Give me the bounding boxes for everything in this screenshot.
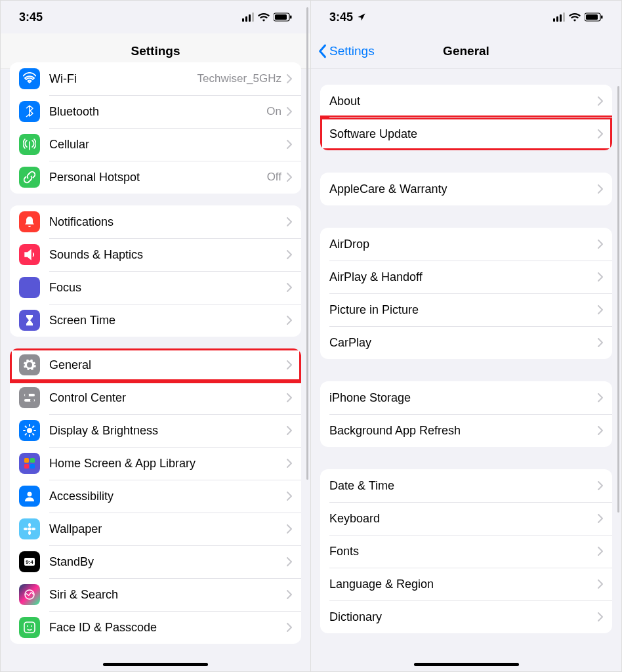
row-airdrop[interactable]: AirDrop bbox=[320, 228, 612, 261]
svg-point-25 bbox=[31, 528, 35, 530]
chevron-right-icon bbox=[287, 140, 292, 149]
row-screen-time[interactable]: Screen Time bbox=[10, 304, 301, 337]
row-label: CarPlay bbox=[329, 336, 371, 350]
svg-rect-19 bbox=[30, 464, 35, 469]
cellular-signal-icon bbox=[553, 12, 565, 22]
svg-rect-33 bbox=[586, 14, 598, 20]
row-notifications[interactable]: Notifications bbox=[10, 205, 301, 238]
chevron-right-icon bbox=[287, 459, 292, 468]
home-indicator[interactable] bbox=[414, 663, 519, 666]
row-label: AirDrop bbox=[329, 238, 369, 251]
row-applecare-warranty[interactable]: AppleCare & Warranty bbox=[320, 173, 612, 205]
row-general[interactable]: General bbox=[10, 348, 301, 381]
svg-rect-16 bbox=[24, 458, 29, 463]
row-control-center[interactable]: Control Center bbox=[10, 381, 301, 414]
control-center-icon bbox=[19, 387, 40, 408]
bluetooth-icon bbox=[19, 101, 40, 122]
personal-hotspot-icon bbox=[19, 167, 40, 188]
row-label: Focus bbox=[49, 281, 81, 295]
svg-point-22 bbox=[28, 523, 31, 527]
row-date-time[interactable]: Date & Time bbox=[320, 469, 612, 502]
chevron-right-icon bbox=[287, 74, 292, 83]
status-bar: 3:45 bbox=[1, 1, 310, 33]
row-cellular[interactable]: Cellular bbox=[10, 128, 301, 161]
settings-group: AppleCare & Warranty bbox=[320, 173, 612, 205]
row-value: Techwiser_5GHz bbox=[197, 72, 282, 85]
battery-icon bbox=[274, 12, 292, 22]
row-personal-hotspot[interactable]: Personal HotspotOff bbox=[10, 161, 301, 194]
chevron-right-icon bbox=[287, 393, 292, 402]
chevron-right-icon bbox=[598, 184, 603, 194]
row-faceid-passcode[interactable]: Face ID & Passcode bbox=[10, 611, 301, 644]
row-iphone-storage[interactable]: iPhone Storage bbox=[320, 381, 612, 414]
svg-rect-34 bbox=[601, 16, 603, 19]
svg-rect-17 bbox=[30, 458, 35, 463]
row-picture-in-picture[interactable]: Picture in Picture bbox=[320, 293, 612, 326]
row-fonts[interactable]: Fonts bbox=[320, 535, 612, 568]
svg-rect-1 bbox=[275, 14, 287, 20]
status-indicators bbox=[242, 12, 292, 22]
row-keyboard[interactable]: Keyboard bbox=[320, 502, 612, 535]
row-label: Background App Refresh bbox=[329, 424, 461, 438]
row-label: Fonts bbox=[329, 545, 359, 558]
scrollbar[interactable] bbox=[306, 7, 308, 480]
chevron-right-icon bbox=[287, 316, 292, 325]
row-label: iPhone Storage bbox=[329, 391, 411, 405]
chevron-right-icon bbox=[287, 173, 292, 182]
settings-group: AirDropAirPlay & HandoffPicture in Pictu… bbox=[320, 228, 612, 359]
chevron-right-icon bbox=[598, 612, 603, 621]
row-label: AppleCare & Warranty bbox=[329, 182, 447, 196]
row-dictionary[interactable]: Dictionary bbox=[320, 600, 612, 633]
svg-point-5 bbox=[25, 393, 29, 397]
general-icon bbox=[19, 354, 40, 375]
row-wallpaper[interactable]: Wallpaper bbox=[10, 513, 301, 545]
chevron-right-icon bbox=[598, 393, 603, 402]
svg-point-6 bbox=[30, 398, 34, 402]
row-language-region[interactable]: Language & Region bbox=[320, 568, 612, 600]
notifications-icon bbox=[19, 211, 40, 232]
svg-rect-2 bbox=[290, 16, 292, 19]
row-focus[interactable]: Focus bbox=[10, 271, 301, 304]
row-bluetooth[interactable]: BluetoothOn bbox=[10, 95, 301, 128]
row-label: Screen Time bbox=[49, 314, 115, 327]
svg-line-14 bbox=[26, 434, 27, 435]
row-home-screen[interactable]: Home Screen & App Library bbox=[10, 447, 301, 480]
row-value: Off bbox=[267, 171, 281, 184]
sounds-haptics-icon bbox=[19, 244, 40, 265]
status-time-area: 3:45 bbox=[329, 10, 366, 24]
general-list[interactable]: AboutSoftware UpdateAppleCare & Warranty… bbox=[311, 69, 621, 671]
home-indicator[interactable] bbox=[103, 663, 208, 666]
settings-group: Date & TimeKeyboardFontsLanguage & Regio… bbox=[320, 469, 612, 633]
home-screen-icon bbox=[19, 453, 40, 474]
chevron-right-icon bbox=[598, 240, 603, 249]
row-background-app-refresh[interactable]: Background App Refresh bbox=[320, 414, 612, 447]
page-title: General bbox=[443, 44, 489, 58]
row-siri-search[interactable]: Siri & Search bbox=[10, 578, 301, 611]
accessibility-icon bbox=[19, 486, 40, 507]
row-carplay[interactable]: CarPlay bbox=[320, 326, 612, 359]
row-software-update[interactable]: Software Update bbox=[320, 117, 612, 150]
row-sounds-haptics[interactable]: Sounds & Haptics bbox=[10, 238, 301, 271]
chevron-right-icon bbox=[287, 590, 292, 599]
row-label: Wi-Fi bbox=[49, 72, 77, 86]
back-button[interactable]: Settings bbox=[318, 33, 375, 68]
scrollbar[interactable] bbox=[617, 86, 619, 513]
row-airplay-handoff[interactable]: AirPlay & Handoff bbox=[320, 261, 612, 293]
chevron-right-icon bbox=[287, 524, 292, 534]
settings-group: GeneralControl CenterDisplay & Brightnes… bbox=[10, 348, 301, 644]
row-accessibility[interactable]: Accessibility bbox=[10, 480, 301, 513]
screen-time-icon bbox=[19, 310, 40, 331]
row-label: Control Center bbox=[49, 391, 126, 405]
row-wifi[interactable]: Wi-FiTechwiser_5GHz bbox=[10, 62, 301, 95]
status-indicators bbox=[553, 12, 603, 22]
row-label: AirPlay & Handoff bbox=[329, 270, 423, 284]
row-label: Bluetooth bbox=[49, 105, 99, 119]
settings-group: iPhone StorageBackground App Refresh bbox=[320, 381, 612, 447]
settings-group: AboutSoftware Update bbox=[320, 85, 612, 150]
row-standby[interactable]: 9:4StandBy bbox=[10, 545, 301, 578]
row-about[interactable]: About bbox=[320, 85, 612, 117]
wallpaper-icon bbox=[19, 518, 40, 539]
settings-list[interactable]: Wi-FiTechwiser_5GHzBluetoothOnCellularPe… bbox=[1, 62, 310, 671]
row-label: Display & Brightness bbox=[49, 424, 158, 438]
row-display-brightness[interactable]: Display & Brightness bbox=[10, 414, 301, 447]
